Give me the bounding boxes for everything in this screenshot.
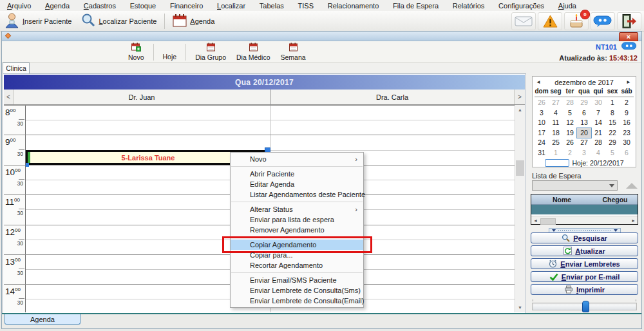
scroll-up-arrow-icon[interactable] bbox=[515, 105, 525, 115]
menu-estoque[interactable]: Estoque bbox=[128, 1, 158, 10]
calendar-day[interactable]: 30 bbox=[620, 138, 634, 148]
calendar-day[interactable]: 4 bbox=[549, 108, 563, 118]
insert-patient-button[interactable]: Inserir Paciente bbox=[0, 11, 76, 31]
scroll-right-arrow-icon[interactable]: ► bbox=[631, 218, 636, 223]
calendar-day[interactable]: 15 bbox=[605, 118, 620, 128]
calendar-day[interactable]: 23 bbox=[620, 128, 634, 138]
calendar-day[interactable]: 2 bbox=[563, 148, 577, 158]
calendar-day[interactable]: 11 bbox=[549, 118, 563, 128]
semana-button[interactable]: Semana bbox=[276, 43, 311, 61]
slot-dr-juan[interactable] bbox=[26, 135, 270, 149]
scrollbar-thumb[interactable] bbox=[516, 160, 524, 176]
calendar-day[interactable]: 4 bbox=[591, 148, 605, 158]
menu-arquivo[interactable]: Arquivo bbox=[5, 1, 33, 10]
slot-dra-carla[interactable] bbox=[270, 120, 515, 135]
calendar-day[interactable]: 20 bbox=[577, 128, 591, 138]
calendar-day[interactable]: 27 bbox=[577, 138, 591, 148]
calendar-day[interactable]: 31 bbox=[535, 148, 549, 158]
calendar-day[interactable]: 28 bbox=[591, 138, 605, 148]
tab-clinica[interactable]: Clinica bbox=[3, 62, 30, 73]
mail-icon[interactable] bbox=[511, 12, 536, 30]
calendar-day[interactable]: 3 bbox=[577, 148, 591, 158]
context-menu-item-enviar-lembrete-de-consulta-email[interactable]: Enviar Lembrete de Consulta(Email) bbox=[231, 296, 363, 306]
exit-icon[interactable] bbox=[617, 12, 641, 30]
calendar-day[interactable]: 7 bbox=[591, 108, 605, 118]
scroll-down-arrow-icon[interactable] bbox=[515, 303, 525, 312]
calendar-day[interactable]: 26 bbox=[535, 98, 549, 108]
pesquisar-button[interactable]: Pesquisar bbox=[531, 232, 638, 243]
slider-thumb[interactable] bbox=[582, 301, 589, 312]
close-button[interactable] bbox=[619, 32, 638, 42]
calendar-day[interactable]: 25 bbox=[549, 138, 563, 148]
calendar-day[interactable]: 6 bbox=[577, 108, 591, 118]
context-menu-item-recortar-agendamento[interactable]: Recortar Agendamento bbox=[231, 260, 363, 270]
calendar-day[interactable]: 17 bbox=[535, 128, 549, 138]
chat-icon[interactable] bbox=[591, 12, 615, 30]
novo-button[interactable]: Novo bbox=[123, 43, 149, 61]
calendar-day[interactable]: 5 bbox=[605, 148, 620, 158]
slot-dra-carla[interactable] bbox=[270, 106, 515, 120]
find-patient-button[interactable]: Localizar Paciente bbox=[76, 11, 161, 31]
enviar-email-button[interactable]: Enviar por E-mail bbox=[531, 271, 638, 282]
menu-fila-de-espera[interactable]: Fila de Espera bbox=[391, 1, 440, 10]
calendar-day[interactable]: 19 bbox=[563, 128, 577, 138]
calendar-day[interactable]: 24 bbox=[535, 138, 549, 148]
slot-dr-juan[interactable] bbox=[26, 120, 270, 135]
calendar-day[interactable]: 28 bbox=[563, 98, 577, 108]
calendar-day[interactable]: 26 bbox=[563, 138, 577, 148]
birthday-icon[interactable]: 0 bbox=[564, 12, 589, 30]
context-menu-item-alterar-status[interactable]: Alterar Status› bbox=[231, 204, 363, 214]
calendar-next-icon[interactable] bbox=[626, 79, 632, 85]
waiting-list-combo[interactable] bbox=[532, 180, 618, 191]
context-menu-item-enviar-para-lista-de-espera[interactable]: Enviar para lista de espera bbox=[231, 214, 363, 225]
calendar-day[interactable]: 16 bbox=[620, 118, 634, 128]
calendar-day[interactable]: 14 bbox=[591, 118, 605, 128]
calendar-day[interactable]: 3 bbox=[535, 108, 549, 118]
calendar-day[interactable]: 9 bbox=[620, 108, 634, 118]
calendar-day[interactable]: 27 bbox=[549, 98, 563, 108]
enviar-lembretes-button[interactable]: Enviar Lembretes bbox=[531, 258, 638, 269]
calendar-day[interactable]: 2 bbox=[620, 98, 634, 108]
menu-tabelas[interactable]: Tabelas bbox=[258, 1, 286, 10]
context-menu-item-abrir-paciente[interactable]: Abrir Paciente bbox=[231, 169, 363, 179]
next-column-arrow[interactable]: > bbox=[514, 90, 525, 104]
calendar-day[interactable]: 21 bbox=[591, 128, 605, 138]
menu-relat-rios[interactable]: Relatórios bbox=[451, 1, 487, 10]
dia-grupo-button[interactable]: Dia Grupo bbox=[190, 43, 231, 61]
scroll-left-arrow-icon[interactable]: ◄ bbox=[533, 218, 538, 223]
column-chegou[interactable]: Chegou bbox=[592, 196, 638, 203]
context-menu-item-enviar-email-sms-paciente[interactable]: Enviar Email/SMS Paciente bbox=[231, 275, 363, 285]
calendar-day[interactable]: 29 bbox=[577, 98, 591, 108]
column-header-dra-carla[interactable]: Dra. Carla bbox=[270, 90, 514, 104]
calendar-day[interactable]: 1 bbox=[549, 148, 563, 158]
calendar-day[interactable]: 12 bbox=[563, 118, 577, 128]
calendar-day[interactable]: 22 bbox=[605, 128, 620, 138]
calendar-day[interactable]: 10 bbox=[535, 118, 549, 128]
scrollbar-thumb[interactable] bbox=[540, 218, 556, 225]
waiting-list-selected-row[interactable] bbox=[531, 205, 638, 214]
menu-relacionamento[interactable]: Relacionamento bbox=[326, 1, 381, 10]
calendar-day[interactable]: 5 bbox=[563, 108, 577, 118]
calendar-day[interactable]: 13 bbox=[577, 118, 591, 128]
context-menu-item-copiar-para[interactable]: Copiar para... bbox=[231, 250, 363, 260]
calendar-day[interactable]: 30 bbox=[591, 98, 605, 108]
imprimir-button[interactable]: Imprimir bbox=[531, 284, 638, 295]
column-header-dr-juan[interactable]: Dr. Juan bbox=[14, 90, 270, 104]
agenda-button[interactable]: Agenda bbox=[168, 11, 219, 31]
menu-cadastros[interactable]: Cadastros bbox=[82, 1, 118, 10]
menu-ajuda[interactable]: Ajuda bbox=[556, 1, 578, 10]
menu-localizar[interactable]: Localizar bbox=[215, 1, 247, 10]
vertical-scrollbar[interactable] bbox=[515, 105, 525, 312]
calendar-day[interactable]: 8 bbox=[605, 108, 620, 118]
context-menu-item-listar-agendamentos-deste-paciente[interactable]: Listar Agendamentos deste Paciente bbox=[231, 189, 363, 200]
slot-dra-carla[interactable] bbox=[270, 135, 515, 149]
horizontal-scrollbar[interactable]: ◄ ► bbox=[531, 216, 638, 224]
menu-financeiro[interactable]: Financeiro bbox=[168, 1, 205, 10]
alert-icon[interactable] bbox=[538, 12, 562, 30]
calendar-day[interactable]: 1 bbox=[605, 98, 620, 108]
calendar-day[interactable]: 29 bbox=[605, 138, 620, 148]
prev-column-arrow[interactable]: < bbox=[4, 90, 14, 104]
context-menu-item-enviar-lembrete-de-consulta-sms[interactable]: Enviar Lembrete de Consulta(Sms) bbox=[231, 285, 363, 296]
context-menu-item-editar-agenda[interactable]: Editar Agenda bbox=[231, 179, 363, 189]
calendar-day[interactable]: 18 bbox=[549, 128, 563, 138]
